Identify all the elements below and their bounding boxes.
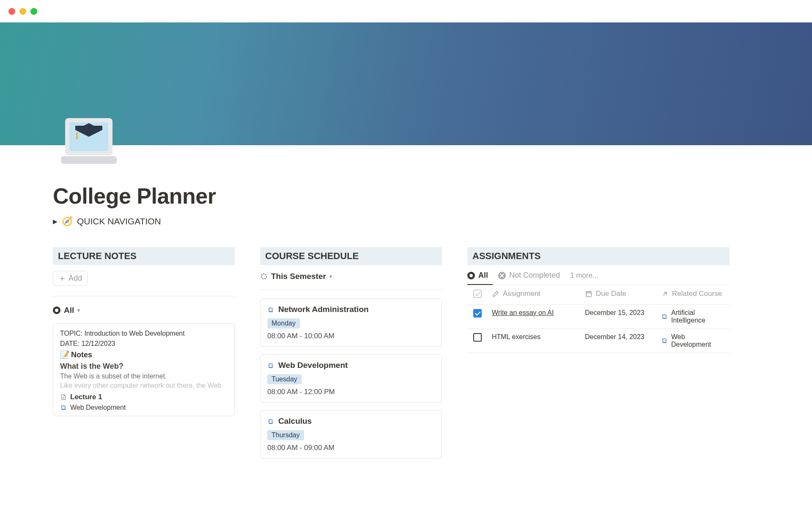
schedule-course-title: Web Development: [278, 361, 348, 370]
book-icon: [267, 306, 274, 313]
radio-on-icon: [467, 272, 475, 279]
svg-rect-13: [663, 339, 666, 342]
note-card[interactable]: TOPIC: Introduction to Web Development D…: [53, 323, 235, 416]
tab-not-completed-label: Not Completed: [509, 271, 560, 280]
x-circle-icon: [498, 272, 506, 279]
note-lecture-label: Lecture 1: [70, 393, 102, 401]
assignment-title: Write an essay on AI: [492, 309, 554, 317]
note-body-line-1: The Web is a subset of the internet.: [60, 373, 228, 380]
table-header-row: Assignment Due Date Related Course: [467, 285, 730, 305]
page-title[interactable]: College Planner: [53, 183, 759, 209]
book-icon: [661, 337, 668, 344]
note-course-label: Web Development: [70, 404, 126, 411]
svg-rect-6: [62, 406, 65, 409]
document-icon: [60, 394, 67, 400]
note-date: DATE: 12/12/2023: [60, 340, 228, 348]
book-icon: [661, 313, 668, 320]
notes-heading: Notes: [71, 351, 92, 359]
svg-rect-2: [61, 156, 117, 164]
assignment-checkbox[interactable]: [473, 333, 482, 342]
assignment-course: Artificial Intelligence: [671, 309, 725, 324]
day-badge: Tuesday: [267, 374, 302, 384]
assignment-due: December 15, 2023: [585, 309, 645, 317]
schedule-view-selector[interactable]: This Semester ▾: [260, 271, 442, 282]
notes-view-selector[interactable]: All ▾: [53, 305, 235, 316]
table-row[interactable]: Write an essay on AI December 15, 2023 A…: [467, 305, 730, 329]
tabs-more[interactable]: 1 more...: [570, 271, 598, 280]
schedule-time: 08:00 AM - 10:00 AM: [267, 332, 435, 340]
tab-not-completed[interactable]: Not Completed: [498, 271, 560, 280]
assignments-column: ASSIGNMENTS All Not Completed 1 more...: [467, 247, 730, 458]
assignment-course: Web Development: [671, 333, 725, 348]
svg-rect-5: [76, 133, 78, 139]
plus-icon: [58, 275, 66, 282]
assignment-title: HTML exercises: [492, 333, 540, 341]
schedule-card[interactable]: Web Development Tuesday 08:00 AM - 12:00…: [260, 354, 442, 403]
col-related-course-label: Related Course: [672, 290, 722, 298]
book-icon: [60, 404, 67, 411]
svg-point-7: [261, 274, 266, 279]
schedule-time: 08:00 AM - 12:00 PM: [267, 388, 435, 396]
chevron-down-icon: ▾: [77, 307, 80, 313]
notes-view-label: All: [64, 306, 74, 315]
note-subheading: What is the Web?: [60, 362, 228, 371]
course-schedule-header: COURSE SCHEDULE: [260, 247, 442, 265]
traffic-light-minimize[interactable]: [19, 8, 26, 15]
arrow-up-right-icon: [661, 290, 669, 298]
table-row[interactable]: HTML exercises December 14, 2023 Web Dev…: [467, 329, 730, 353]
traffic-light-zoom[interactable]: [30, 8, 37, 15]
assignment-checkbox[interactable]: [473, 309, 482, 318]
triangle-right-icon: ▶: [53, 218, 58, 225]
note-course-tag[interactable]: Web Development: [60, 404, 228, 411]
compass-icon: 🧭: [62, 216, 73, 226]
schedule-time: 08:00 AM - 09:00 AM: [267, 444, 435, 452]
svg-rect-11: [586, 292, 591, 297]
lecture-notes-column: LECTURE NOTES Add All ▾ TOPIC: Introduct…: [53, 247, 235, 458]
radio-on-icon: [53, 306, 60, 314]
assignments-header: ASSIGNMENTS: [467, 247, 730, 265]
svg-rect-9: [269, 364, 272, 367]
tab-all[interactable]: All: [467, 271, 488, 280]
col-due-date-label: Due Date: [596, 290, 626, 298]
tab-all-label: All: [478, 271, 488, 280]
schedule-card[interactable]: Network Administration Monday 08:00 AM -…: [260, 298, 442, 347]
schedule-course-title: Calculus: [278, 417, 312, 426]
quick-navigation-label: QUICK NAVIGATION: [77, 216, 161, 226]
quick-navigation-toggle[interactable]: ▶ 🧭 QUICK NAVIGATION: [53, 215, 759, 228]
chevron-down-icon: ▾: [329, 273, 332, 279]
note-topic: TOPIC: Introduction to Web Development: [60, 330, 228, 337]
page-icon[interactable]: [59, 116, 118, 166]
svg-rect-10: [269, 420, 272, 423]
book-icon: [267, 362, 274, 369]
cover-image: [0, 22, 812, 145]
note-lecture-link[interactable]: Lecture 1: [60, 393, 228, 401]
schedule-course-title: Network Administration: [278, 305, 369, 314]
traffic-light-close[interactable]: [8, 8, 15, 15]
svg-rect-8: [269, 308, 272, 311]
window-chrome: [0, 0, 812, 22]
day-badge: Thursday: [267, 430, 304, 440]
lecture-notes-header: LECTURE NOTES: [53, 247, 235, 265]
add-note-button[interactable]: Add: [53, 271, 88, 286]
divider: [53, 296, 235, 296]
day-badge: Monday: [267, 318, 300, 329]
schedule-view-label: This Semester: [271, 272, 326, 281]
book-icon: [267, 418, 274, 425]
assignments-table: Assignment Due Date Related Course Write…: [467, 285, 730, 353]
assignments-tabs: All Not Completed 1 more...: [467, 271, 730, 284]
assignment-due: December 14, 2023: [585, 333, 645, 341]
col-assignment-label: Assignment: [503, 290, 540, 298]
divider: [260, 290, 442, 290]
checkbox-header-icon: [473, 290, 482, 298]
add-button-label: Add: [69, 274, 82, 283]
loading-icon: [260, 273, 268, 280]
svg-rect-12: [663, 315, 666, 318]
note-body-line-2: Like every other computer network out th…: [60, 382, 228, 389]
schedule-card[interactable]: Calculus Thursday 08:00 AM - 09:00 AM: [260, 410, 442, 458]
memo-icon: 📝: [60, 350, 69, 359]
course-schedule-column: COURSE SCHEDULE This Semester ▾ Network …: [260, 247, 442, 458]
calendar-icon: [585, 290, 593, 298]
edit-icon: [492, 290, 499, 298]
